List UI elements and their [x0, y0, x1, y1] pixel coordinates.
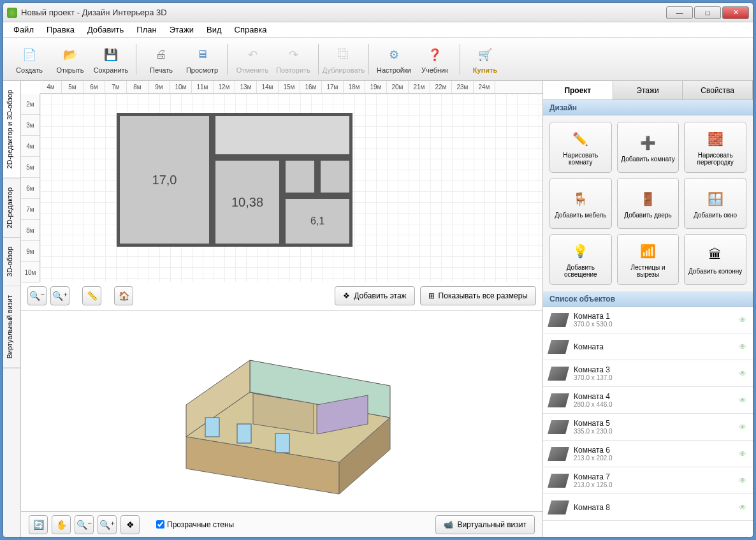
- measure-button[interactable]: 📏: [82, 286, 101, 305]
- add-floor-button[interactable]: ❖Добавить этаж: [335, 286, 414, 305]
- add-window-button[interactable]: 🪟Добавить окно: [684, 178, 746, 229]
- rp-tab-Этажи[interactable]: Этажи: [613, 81, 683, 99]
- add-column-button[interactable]: 🏛Добавить колонну: [684, 234, 746, 285]
- room-icon: [548, 367, 569, 381]
- add-light-button[interactable]: 💡Добавить освещение: [549, 234, 612, 285]
- toolbar-buy-button[interactable]: 🛒Купить: [465, 41, 505, 78]
- draw-wall-button[interactable]: 🧱Нарисовать перегородку: [684, 122, 746, 173]
- object-item-1[interactable]: Комната👁: [543, 333, 753, 360]
- room-small-1[interactable]: [282, 157, 317, 196]
- virtual-visit-button[interactable]: 📹Виртуальный визит: [435, 515, 535, 534]
- visibility-icon[interactable]: 👁: [739, 342, 746, 351]
- toolbar-separator: [227, 44, 228, 75]
- room-icon: [548, 447, 569, 461]
- object-item-2[interactable]: Комната 3370.0 x 137.0👁: [543, 360, 753, 387]
- vtab-1[interactable]: 2D-редактор: [3, 179, 20, 238]
- toolbar-create-button[interactable]: 📄Создать: [10, 41, 49, 78]
- object-item-4[interactable]: Комната 5335.0 x 230.0👁: [543, 414, 753, 441]
- toolbar-print-button[interactable]: 🖨Печать: [142, 41, 181, 78]
- toolbar-settings-button[interactable]: ⚙Настройки: [374, 41, 414, 78]
- object-item-3[interactable]: Комната 4280.0 x 446.0👁: [543, 387, 753, 414]
- tutorial-icon: ❓: [425, 45, 445, 65]
- right-panel-tabs: ПроектЭтажиСвойства: [543, 81, 753, 100]
- view-3d[interactable]: [21, 310, 542, 511]
- preview-icon: 🖥: [192, 45, 212, 65]
- room-icon: [548, 393, 569, 407]
- toolbar-save-button[interactable]: 💾Сохранить: [91, 41, 131, 78]
- vtab-0[interactable]: 2D-редактор и 3D-обзор: [3, 81, 20, 179]
- redo-icon: ↷: [283, 45, 303, 65]
- object-item-5[interactable]: Комната 6213.0 x 202.0👁: [543, 441, 753, 467]
- visibility-icon[interactable]: 👁: [739, 369, 746, 378]
- room-corridor[interactable]: [212, 113, 353, 157]
- camera-icon: 📹: [444, 520, 453, 529]
- object-item-7[interactable]: Комната 8👁: [543, 494, 753, 521]
- toolbar: 📄Создать📂Открыть💾Сохранить🖨Печать🖥Просмо…: [3, 38, 753, 81]
- pan-button[interactable]: ✋: [52, 515, 71, 534]
- room-1[interactable]: 17,0: [117, 113, 212, 247]
- visibility-icon[interactable]: 👁: [739, 423, 746, 432]
- room-small-2[interactable]: [317, 157, 353, 196]
- toolbar-separator: [136, 44, 136, 75]
- layers-3d-button[interactable]: ❖: [120, 515, 140, 534]
- add-furn-icon: 🪑: [571, 189, 591, 209]
- stairs-button[interactable]: 📶Лестницы и вырезы: [617, 234, 680, 285]
- show-dimensions-button[interactable]: ⊞Показывать все размеры: [420, 286, 536, 305]
- window-title: Новый проект - Дизайн Интерьера 3D: [21, 8, 666, 17]
- transparent-walls-checkbox[interactable]: Прозрачные стены: [156, 520, 234, 529]
- add-furn-button[interactable]: 🪑Добавить мебель: [549, 178, 612, 229]
- toolbar-preview-button[interactable]: 🖥Просмотр: [182, 41, 222, 78]
- menu-Этажи[interactable]: Этажи: [163, 23, 200, 36]
- zoom-in-3d-button[interactable]: 🔍⁺: [98, 515, 117, 534]
- close-button[interactable]: ✕: [722, 6, 749, 19]
- vtab-3[interactable]: Виртуальный визит: [3, 286, 20, 369]
- vtab-2[interactable]: 3D-обзор: [3, 238, 20, 286]
- ruler-vertical: 2м3м4м5м6м7м8м9м10м: [21, 94, 40, 282]
- menu-Добавить[interactable]: Добавить: [81, 23, 130, 36]
- menu-Файл[interactable]: Файл: [7, 23, 40, 36]
- maximize-button[interactable]: □: [694, 6, 721, 19]
- menu-Правка[interactable]: Правка: [40, 23, 81, 36]
- zoom-in-button[interactable]: 🔍⁺: [50, 286, 69, 305]
- add-column-icon: 🏛: [705, 245, 725, 265]
- object-list: Комната 1370.0 x 530.0👁Комната👁Комната 3…: [543, 307, 753, 537]
- rotate-360-button[interactable]: 🔄: [29, 515, 48, 534]
- toolbar-separator: [460, 44, 460, 75]
- toolbar-dup-button: ⿻Дублировать: [324, 41, 363, 78]
- rp-tab-Свойства[interactable]: Свойства: [683, 81, 753, 99]
- room-2[interactable]: 10,38: [212, 157, 282, 247]
- zoom-out-3d-button[interactable]: 🔍⁻: [75, 515, 94, 534]
- design-section-header: Дизайн: [543, 100, 753, 115]
- object-item-0[interactable]: Комната 1370.0 x 530.0👁: [543, 307, 753, 333]
- draw-room-button[interactable]: ✏️Нарисовать комнату: [549, 122, 612, 173]
- minimize-button[interactable]: —: [666, 6, 693, 19]
- open-icon: 📂: [60, 45, 80, 65]
- visibility-icon[interactable]: 👁: [739, 503, 746, 512]
- visibility-icon[interactable]: 👁: [739, 396, 746, 405]
- svg-rect-5: [205, 418, 219, 437]
- main-area: 4м5м6м7м8м9м10м11м12м13м14м15м16м17м18м1…: [21, 81, 542, 537]
- visibility-icon[interactable]: 👁: [739, 449, 746, 458]
- room-3[interactable]: 6,1: [282, 196, 353, 247]
- object-item-6[interactable]: Комната 7213.0 x 126.0👁: [543, 467, 753, 494]
- add-room-button[interactable]: ➕Добавить комнату: [617, 122, 680, 173]
- toolbar-open-button[interactable]: 📂Открыть: [50, 41, 90, 78]
- menu-Вид[interactable]: Вид: [200, 23, 228, 36]
- save-icon: 💾: [101, 45, 121, 65]
- menu-Справка[interactable]: Справка: [228, 23, 273, 36]
- rp-tab-Проект[interactable]: Проект: [543, 81, 613, 99]
- zoom-out-button[interactable]: 🔍⁻: [27, 286, 47, 305]
- svg-rect-6: [237, 424, 251, 443]
- menu-План[interactable]: План: [130, 23, 163, 36]
- room-icon: [548, 420, 569, 434]
- home-button[interactable]: 🏠: [114, 286, 133, 305]
- right-panel: ПроектЭтажиСвойства Дизайн ✏️Нарисовать …: [542, 81, 753, 537]
- visibility-icon[interactable]: 👁: [739, 316, 746, 325]
- canvas-2d[interactable]: 17,0 10,38 6,1: [40, 94, 542, 282]
- floorplan[interactable]: 17,0 10,38 6,1: [117, 113, 365, 259]
- dup-icon: ⿻: [333, 45, 354, 65]
- toolbar-tutorial-button[interactable]: ❓Учебник: [415, 41, 454, 78]
- add-door-button[interactable]: 🚪Добавить дверь: [617, 178, 680, 229]
- room-icon: [548, 474, 569, 488]
- visibility-icon[interactable]: 👁: [739, 476, 746, 485]
